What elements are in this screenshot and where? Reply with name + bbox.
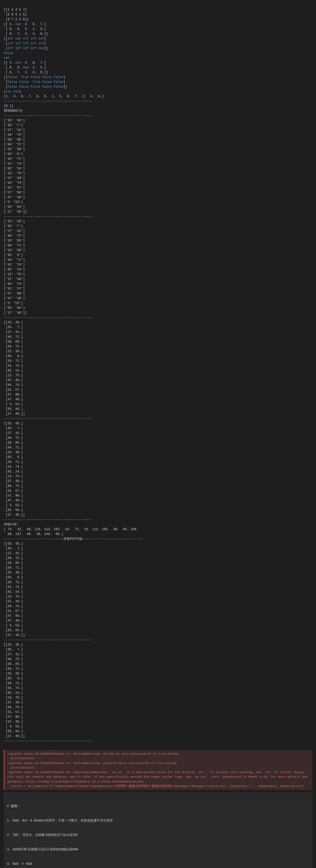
summary-item-2: 2. INF: 无穷大，在除数为0的情况下会出现INF — [7, 833, 309, 838]
float-arr-4: [46. 72.] — [4, 335, 23, 339]
float-arr-b18: [ 5. 53.] — [4, 503, 23, 507]
line-9: [inf inf inf inf nan]] — [4, 46, 48, 50]
str-arr-7: ['25' '99'] — [4, 148, 25, 151]
float-arr-d9: [10. 71.] — [4, 681, 23, 685]
float-arr-d5: [28. 85.] — [4, 662, 23, 666]
float-arr-d8: [65. 6.] — [4, 677, 23, 680]
summary-item-4: 4. NaN != NaN — [7, 862, 309, 866]
line-7: [[inf nan inf inf inf] — [4, 37, 46, 41]
float-arr-b8: [65. 6.] — [4, 455, 23, 459]
float-arr-1: [[33. 45.] — [4, 321, 23, 324]
float-arr-c14: [94. 74.] — [4, 604, 23, 608]
str-arr-1: ['33' '45'] — [4, 119, 25, 122]
str-arr-b13: ['37' '49'] — [4, 277, 25, 281]
float-arr-b2: [35. 7.] — [4, 427, 23, 430]
float-arr-c4: [46. 72.] — [4, 556, 23, 560]
float-arr-3: [27. 41.] — [4, 330, 23, 334]
float-arr-d18: [ 5. 53.] — [4, 725, 23, 728]
line-19: [1. 4. 8. 7. 8. 8. 1. 5. 8. 7. 2. 4. 0.] — [4, 95, 104, 98]
line-5: [ 8. 8. 5. 1. 5.] — [4, 27, 46, 31]
float-arr-b15: [31. 57.] — [4, 489, 23, 493]
float-arr-c12: [13. 75.] — [4, 595, 23, 599]
str-arr-b9: ['10' '71'] — [4, 258, 25, 262]
float-arr-8: [65. 6.] — [4, 354, 23, 358]
line-18: [nan nan] — [4, 90, 21, 94]
float-arr-d11: [92. 14.] — [4, 691, 23, 695]
float-arr-15: [31. 57.] — [4, 388, 23, 392]
float-arr-9: [10. 71.] — [4, 359, 23, 363]
float-arr-d15: [31. 57.] — [4, 710, 23, 714]
str-arr-b8: ['65' '6'] — [4, 253, 23, 257]
line-4: [[ 1. nan 4. 8. 7.] — [4, 23, 46, 26]
float-arr-2: [35. 7.] — [4, 326, 23, 329]
line-10: False — [4, 51, 13, 55]
float-arr-c7: [25. 39.] — [4, 571, 23, 575]
float-arr-c5: [28. 85.] — [4, 561, 23, 565]
separator-9: ----------------------------------------… — [4, 739, 92, 743]
line-3: [8 7 2 4 0]] — [4, 18, 29, 21]
str-arr-4: ['46' '72'] — [4, 133, 25, 137]
float-arr-d16: [57. 90.] — [4, 715, 23, 719]
float-arr-10: [41. 74.] — [4, 364, 23, 368]
float-arr-c19: [55. 94.] — [4, 628, 23, 632]
float-arr-18: [ 5. 53.] — [4, 402, 23, 406]
separator-3: ----------------------------------------… — [4, 215, 92, 219]
line-17: [False False False False False]] — [4, 85, 67, 89]
float-arr-b11: [92. 14.] — [4, 470, 23, 473]
str-arr-b5: ['28' '85'] — [4, 239, 25, 243]
label-nan: 期望NAN行为 — [4, 109, 23, 113]
float-arr-5: [28. 85.] — [4, 340, 23, 344]
float-arr-b16: [57. 90.] — [4, 494, 23, 498]
str-arr-19: ['55' '94'] — [4, 205, 25, 209]
code-output: [[1 4 4 8 7] [8 8 5 1 5] [8 7 2 4 0]] [[… — [4, 3, 312, 748]
float-arr-c15: [31. 57.] — [4, 609, 23, 613]
str-arr-b10: ['41' '74'] — [4, 263, 25, 267]
float-arr-11: [92. 14.] — [4, 369, 23, 373]
float-arr-c8: [65. 6.] — [4, 576, 23, 579]
float-arr-d2: [35. 7.] — [4, 648, 23, 652]
float-arr-d14: [94. 74.] — [4, 706, 23, 709]
float-arr-7: [25. 39.] — [4, 349, 23, 353]
float-arr-b6: [64. 71.] — [4, 446, 23, 450]
str-arr-b7: ['25' '99'] — [4, 249, 25, 252]
str-arr-b6: ['64' '71'] — [4, 244, 25, 247]
line-6: [ 8. 7. 2. 4. 0.]] — [4, 32, 48, 36]
row-sum-values-2: 88. 147. 96. 58. 149. 66.] — [4, 532, 63, 536]
line-15: [[False True False False False] — [4, 75, 65, 79]
str-arr-11: ['92' '14'] — [4, 167, 25, 170]
str-arr-b15: ['31' '57'] — [4, 287, 25, 291]
str-arr-6: ['64' '71'] — [4, 143, 25, 147]
float-arr-c11: [92. 14.] — [4, 590, 23, 594]
float-arr-c17: [47. 49.] — [4, 619, 23, 623]
float-arr-b10: [41. 74.] — [4, 465, 23, 469]
warning-block-1: <ipython-input-46-929d56f99aad>:14: Runt… — [4, 750, 312, 790]
float-arr-d13: [37. 49.] — [4, 701, 23, 705]
str-arr-3: ['27' '41'] — [4, 128, 25, 132]
float-arr-d4: [46. 72.] — [4, 657, 23, 661]
float-arr-17: [47. 49.] — [4, 398, 23, 401]
separator-4: ----------------------------------------… — [4, 316, 92, 320]
str-arr-8: ['65' '6'] — [4, 152, 23, 156]
str-arr-b4: ['46' '72'] — [4, 234, 25, 238]
str-arr-b12: ['13' '75'] — [4, 273, 25, 276]
label-rowsum: 求每行和: — [4, 523, 19, 526]
float-arr-b9: [10. 71.] — [4, 460, 23, 464]
separator-6: ----------------------------------------… — [4, 518, 92, 522]
separator-1: ----------------------------------------… — [4, 99, 92, 103]
float-arr-d3: [27. 41.] — [4, 653, 23, 656]
row-sum-values: [ 78. 42. 68. 118. 113. 105. 64. 71. 81.… — [4, 528, 138, 531]
float-arr-c10: [41. 74.] — [4, 585, 23, 589]
float-arr-14: [94. 74.] — [4, 383, 23, 387]
float-arr-12: [13. 75.] — [4, 374, 23, 377]
float-arr-d17: [47. 49.] — [4, 720, 23, 724]
line-12: [[ 1. nan 4. 8. 7.] — [4, 61, 46, 65]
str-arr-9: ['10' '71'] — [4, 157, 25, 161]
float-arr-6: [64. 71.] — [4, 345, 23, 348]
float-arr-c20: [17. 49.]] — [4, 633, 25, 637]
float-arr-b12: [13. 75.] — [4, 475, 23, 478]
float-arr-c13: [37. 49.] — [4, 600, 23, 603]
float-arr-d1: [[33. 45.] — [4, 643, 23, 647]
line-13: [ 8. 8. nan 1. 5.] — [4, 66, 46, 69]
float-arr-c3: [27. 41.] — [4, 552, 23, 555]
float-arr-c2: [35. 7.] — [4, 547, 23, 551]
